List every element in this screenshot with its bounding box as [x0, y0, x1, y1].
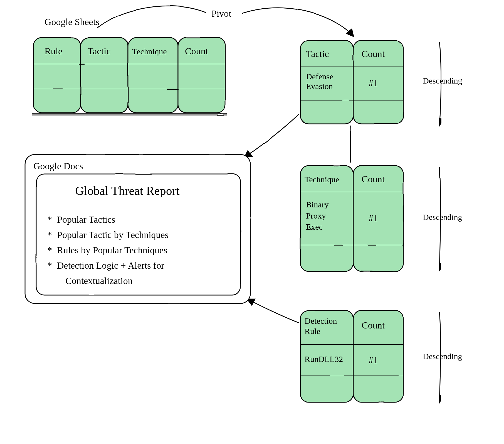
bullet-0: Popular Tactics [57, 214, 115, 225]
docs-title: Global Threat Report [75, 184, 180, 198]
bullet-2-star: * [47, 245, 52, 255]
tactic-row-0b: Evasion [306, 82, 333, 91]
bullet-3-star: * [47, 260, 52, 271]
rule-header-0a: Detection [305, 316, 337, 325]
diagram-canvas: Google Sheets Pivot Rule Tactic Techniqu… [0, 0, 504, 444]
docs-panel [25, 154, 250, 303]
bullet-0-star: * [47, 214, 52, 225]
label-descending-1: Descending [423, 76, 462, 85]
technique-row-0a: Binary [306, 200, 329, 209]
technique-header-0: Technique [305, 175, 339, 184]
rule-row-1: #1 [369, 355, 378, 365]
bullet-1: Popular Tactic by Techniques [57, 230, 169, 240]
rule-header-0b: Rule [305, 327, 320, 336]
label-descending-3: Descending [423, 352, 462, 361]
arrow-pivot-left [97, 6, 206, 28]
arrow-tactic-to-docs [245, 114, 299, 157]
tactic-row-1: #1 [369, 78, 378, 88]
arrow-pivot-right [242, 8, 353, 36]
bullet-2: Rules by Popular Techniques [57, 245, 167, 255]
sheets-header-2: Technique [132, 47, 167, 56]
label-descending-2: Descending [423, 212, 462, 222]
label-pivot: Pivot [211, 8, 231, 19]
sheets-header-1: Tactic [88, 46, 111, 56]
bullet-1-star: * [47, 230, 52, 240]
tactic-header-1: Count [362, 49, 385, 59]
bullet-3a: Detection Logic + Alerts for [57, 260, 164, 271]
rule-header-1: Count [362, 320, 385, 330]
technique-header-1: Count [362, 174, 385, 184]
sheets-header-0: Rule [45, 46, 62, 56]
arrow-rule-to-docs [248, 299, 299, 323]
label-google-docs: Google Docs [33, 161, 83, 171]
bullet-3b: Contextualization [65, 276, 133, 286]
technique-row-1: #1 [369, 213, 378, 223]
tactic-header-0: Tactic [306, 49, 329, 59]
arrow-tactic-to-technique [350, 125, 351, 161]
label-google-sheets: Google Sheets [45, 17, 99, 27]
technique-row-0c: Exec [306, 222, 323, 231]
rule-row-0: RunDLL32 [305, 354, 343, 364]
sheets-header-3: Count [185, 46, 208, 56]
technique-row-0b: Proxy [306, 211, 326, 220]
tactic-row-0a: Defense [306, 72, 333, 81]
